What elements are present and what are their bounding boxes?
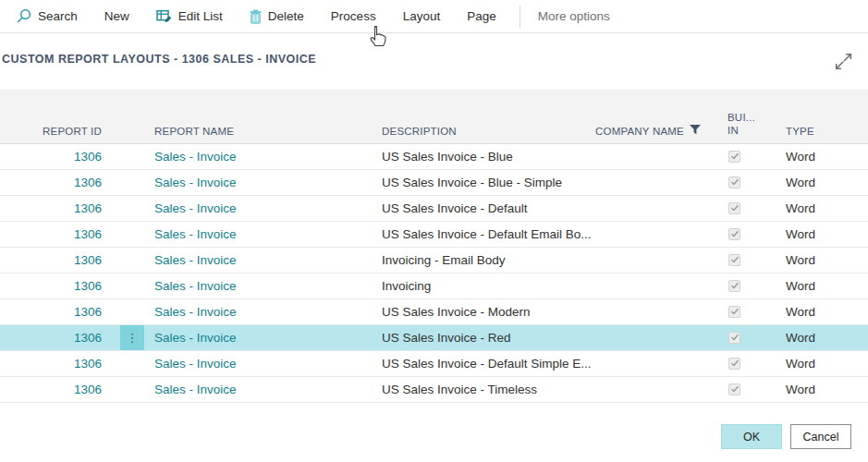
type-cell: Word	[786, 227, 868, 241]
description-cell: US Sales Invoice - Default Email Bo...	[382, 227, 595, 241]
report-id-link[interactable]: 1306	[74, 253, 102, 267]
built-in-checkbox	[728, 202, 740, 214]
report-name-link[interactable]: Sales - Invoice	[154, 357, 237, 371]
type-cell: Word	[786, 253, 868, 267]
process-button[interactable]: Process	[331, 9, 376, 23]
built-in-checkbox	[728, 254, 740, 266]
report-id-link[interactable]: 1306	[74, 383, 102, 396]
report-id-link[interactable]: 1306	[74, 227, 102, 241]
report-name-link[interactable]: Sales - Invoice	[154, 176, 237, 189]
table-header: REPORT ID REPORT NAME DESCRIPTION COMPAN…	[0, 90, 868, 144]
description-cell: US Sales Invoice - Red	[382, 331, 595, 345]
description-cell: US Sales Invoice - Default	[382, 201, 595, 215]
report-id-link[interactable]: 1306	[74, 305, 102, 319]
description-cell: US Sales Invoice - Default Simple E...	[382, 357, 595, 371]
report-id-link[interactable]: 1306	[74, 201, 102, 215]
edit-list-icon	[156, 9, 172, 23]
description-cell: US Sales Invoice - Blue - Simple	[382, 176, 595, 189]
new-button[interactable]: New	[104, 9, 129, 23]
description-cell: US Sales Invoice - Blue	[382, 150, 595, 164]
report-name-link[interactable]: Sales - Invoice	[154, 150, 237, 164]
ok-button[interactable]: OK	[721, 424, 782, 449]
table-row[interactable]: 1306⋮Sales - InvoiceUS Sales Invoice - R…	[0, 325, 868, 351]
report-name-link[interactable]: Sales - Invoice	[154, 279, 237, 293]
column-header-spacer	[102, 90, 154, 137]
report-id-link[interactable]: 1306	[74, 331, 102, 345]
description-cell: US Sales Invoice - Modern	[382, 305, 595, 319]
toolbar-divider	[520, 6, 520, 28]
delete-label: Delete	[268, 9, 304, 23]
report-name-link[interactable]: Sales - Invoice	[154, 227, 237, 241]
column-header-description[interactable]: DESCRIPTION	[382, 126, 595, 137]
type-cell: Word	[786, 176, 868, 189]
column-header-report-id[interactable]: REPORT ID	[0, 126, 102, 137]
report-name-link[interactable]: Sales - Invoice	[154, 253, 237, 267]
report-id-link[interactable]: 1306	[74, 150, 102, 164]
table-row[interactable]: 1306Sales - InvoiceUS Sales Invoice - De…	[0, 222, 868, 248]
type-cell: Word	[786, 279, 868, 293]
report-id-link[interactable]: 1306	[74, 176, 102, 189]
delete-button[interactable]: Delete	[250, 9, 304, 24]
custom-report-layouts-window: Search New Edit List	[0, 0, 868, 462]
page-label: Page	[467, 9, 496, 23]
column-header-company-name[interactable]: COMPANY NAME	[595, 125, 727, 137]
page-title: CUSTOM REPORT LAYOUTS - 1306 SALES - INV…	[2, 53, 316, 66]
type-cell: Word	[786, 150, 868, 164]
edit-list-label: Edit List	[178, 9, 223, 23]
table-row[interactable]: 1306Sales - InvoiceUS Sales Invoice - De…	[0, 351, 868, 377]
filter-icon	[690, 125, 701, 137]
description-cell: Invoicing - Email Body	[382, 253, 595, 267]
table-row[interactable]: 1306Sales - InvoiceInvoicingWord	[0, 274, 868, 299]
built-in-checkbox	[728, 383, 740, 395]
report-id-link[interactable]: 1306	[74, 357, 102, 371]
type-cell: Word	[786, 383, 868, 396]
delete-icon	[250, 9, 262, 24]
more-options-button[interactable]: More options	[538, 9, 610, 23]
table-row[interactable]: 1306Sales - InvoiceUS Sales Invoice - Bl…	[0, 170, 868, 196]
built-in-checkbox	[728, 332, 740, 344]
report-name-link[interactable]: Sales - Invoice	[154, 305, 237, 319]
built-in-checkbox	[728, 151, 740, 163]
layout-button[interactable]: Layout	[403, 9, 441, 23]
type-cell: Word	[786, 201, 868, 215]
search-icon	[16, 8, 31, 24]
expand-icon	[832, 50, 855, 77]
type-cell: Word	[786, 357, 868, 371]
built-in-label-line2: IN	[727, 124, 786, 137]
page-button[interactable]: Page	[467, 9, 496, 23]
company-name-label: COMPANY NAME	[595, 126, 684, 137]
built-in-label-line1: BUI...	[727, 111, 786, 124]
type-cell: Word	[786, 305, 868, 319]
expand-button[interactable]	[830, 50, 856, 76]
cancel-button[interactable]: Cancel	[790, 424, 851, 449]
type-cell: Word	[786, 331, 868, 345]
built-in-checkbox	[728, 358, 740, 370]
description-cell: Invoicing	[382, 279, 595, 293]
column-header-report-name[interactable]: REPORT NAME	[154, 126, 382, 137]
built-in-checkbox	[728, 280, 740, 292]
table-row[interactable]: 1306Sales - InvoiceUS Sales Invoice - Bl…	[0, 144, 868, 170]
action-toolbar: Search New Edit List	[0, 0, 868, 33]
report-name-link[interactable]: Sales - Invoice	[154, 331, 237, 345]
table-row[interactable]: 1306Sales - InvoiceUS Sales Invoice - Mo…	[0, 299, 868, 325]
table-body: 1306Sales - InvoiceUS Sales Invoice - Bl…	[0, 144, 868, 403]
layout-label: Layout	[403, 9, 441, 23]
process-label: Process	[331, 9, 376, 23]
built-in-checkbox	[728, 228, 740, 240]
built-in-checkbox	[728, 176, 740, 188]
report-name-link[interactable]: Sales - Invoice	[154, 383, 237, 396]
report-name-link[interactable]: Sales - Invoice	[154, 201, 237, 215]
column-header-built-in[interactable]: BUI... IN	[727, 111, 786, 137]
edit-list-button[interactable]: Edit List	[156, 9, 223, 23]
row-context-menu-icon[interactable]: ⋮	[120, 325, 144, 350]
table-row[interactable]: 1306Sales - InvoiceInvoicing - Email Bod…	[0, 248, 868, 274]
column-header-type[interactable]: TYPE	[786, 126, 868, 137]
table-row[interactable]: 1306Sales - InvoiceUS Sales Invoice - De…	[0, 196, 868, 222]
new-label: New	[104, 9, 129, 23]
description-cell: US Sales Invoice - Timeless	[382, 383, 595, 396]
table-row[interactable]: 1306Sales - InvoiceUS Sales Invoice - Ti…	[0, 377, 868, 403]
search-button[interactable]: Search	[16, 8, 78, 24]
built-in-checkbox	[728, 306, 740, 318]
report-id-link[interactable]: 1306	[74, 279, 102, 293]
search-label: Search	[38, 9, 78, 23]
